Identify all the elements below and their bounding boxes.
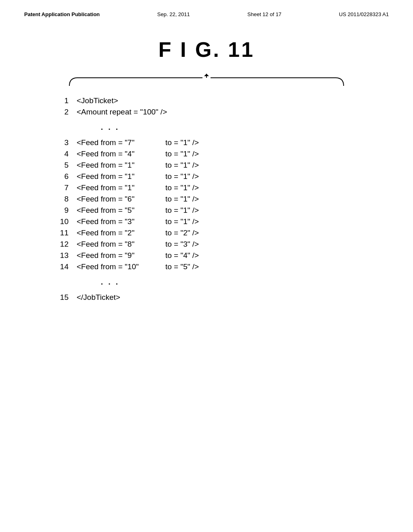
line-to-3: to = "1" /> — [165, 138, 199, 147]
code-line-dots-1: . . . — [52, 119, 361, 136]
line-from-13: <Feed from = "9" — [77, 251, 165, 260]
line-number-3: 3 — [52, 138, 69, 147]
line-number-4: 4 — [52, 150, 69, 158]
code-content: 1 <JobTicket> 2 <Amount repeat = "100" /… — [0, 96, 413, 302]
line-from-11: <Feed from = "2" — [77, 229, 165, 237]
svg-marker-1 — [204, 74, 209, 76]
code-line-13: 13 <Feed from = "9" to = "4" /> — [52, 251, 361, 260]
line-from-10: <Feed from = "3" — [77, 217, 165, 226]
line-number-14: 14 — [52, 262, 69, 271]
code-line-3: 3 <Feed from = "7" to = "1" /> — [52, 138, 361, 147]
line-from-12: <Feed from = "8" — [77, 240, 165, 249]
code-line-8: 8 <Feed from = "6" to = "1" /> — [52, 195, 361, 204]
line-number-1: 1 — [52, 96, 69, 105]
code-line-9: 9 <Feed from = "5" to = "1" /> — [52, 206, 361, 215]
line-code-2: <Amount repeat = "100" /> — [77, 108, 167, 116]
code-line-10: 10 <Feed from = "3" to = "1" /> — [52, 217, 361, 226]
line-number-13: 13 — [52, 251, 69, 260]
line-number-15: 15 — [52, 293, 69, 302]
line-from-14: <Feed from = "10" — [77, 262, 165, 271]
header-sheet: Sheet 12 of 17 — [247, 11, 282, 17]
line-to-6: to = "1" /> — [165, 172, 199, 181]
line-number-11: 11 — [52, 229, 69, 237]
header-date: Sep. 22, 2011 — [157, 11, 190, 17]
figure-title: F I G. 11 — [0, 37, 413, 62]
line-number-10: 10 — [52, 217, 69, 226]
line-from-4: <Feed from = "4" — [77, 150, 165, 158]
line-to-4: to = "1" /> — [165, 150, 199, 158]
line-to-10: to = "1" /> — [165, 217, 199, 226]
code-line-4: 4 <Feed from = "4" to = "1" /> — [52, 150, 361, 158]
code-line-6: 6 <Feed from = "1" to = "1" /> — [52, 172, 361, 181]
line-to-14: to = "5" /> — [165, 262, 199, 271]
code-line-11: 11 <Feed from = "2" to = "2" /> — [52, 229, 361, 237]
code-line-1: 1 <JobTicket> — [52, 96, 361, 105]
code-line-dots-2: . . . — [52, 274, 361, 291]
line-number-7: 7 — [52, 183, 69, 192]
line-number-9: 9 — [52, 206, 69, 215]
header-patent-number: US 2011/0228323 A1 — [339, 11, 389, 17]
line-dots-2: . . . — [101, 278, 119, 287]
line-to-12: to = "3" /> — [165, 240, 199, 249]
code-line-2: 2 <Amount repeat = "100" /> — [52, 108, 361, 116]
line-code-15: </JobTicket> — [77, 293, 120, 302]
line-number-2: 2 — [52, 108, 69, 116]
header: Patent Application Publication Sep. 22, … — [0, 0, 413, 21]
header-publication-label: Patent Application Publication — [24, 11, 100, 17]
code-line-7: 7 <Feed from = "1" to = "1" /> — [52, 183, 361, 192]
line-from-9: <Feed from = "5" — [77, 206, 165, 215]
line-number-6: 6 — [52, 172, 69, 181]
line-to-7: to = "1" /> — [165, 183, 199, 192]
line-to-8: to = "1" /> — [165, 195, 199, 204]
code-line-5: 5 <Feed from = "1" to = "1" /> — [52, 161, 361, 170]
line-from-5: <Feed from = "1" — [77, 161, 165, 170]
bracket-svg — [65, 74, 348, 88]
line-to-5: to = "1" /> — [165, 161, 199, 170]
line-number-12: 12 — [52, 240, 69, 249]
line-to-11: to = "2" /> — [165, 229, 199, 237]
bracket-container — [65, 74, 348, 88]
code-line-15: 15 </JobTicket> — [52, 293, 361, 302]
line-number-8: 8 — [52, 195, 69, 204]
line-from-3: <Feed from = "7" — [77, 138, 165, 147]
line-from-8: <Feed from = "6" — [77, 195, 165, 204]
page: Patent Application Publication Sep. 22, … — [0, 0, 413, 532]
line-number-5: 5 — [52, 161, 69, 170]
code-line-14: 14 <Feed from = "10" to = "5" /> — [52, 262, 361, 271]
line-to-13: to = "4" /> — [165, 251, 199, 260]
code-line-12: 12 <Feed from = "8" to = "3" /> — [52, 240, 361, 249]
line-from-6: <Feed from = "1" — [77, 172, 165, 181]
line-dots-1: . . . — [101, 123, 119, 132]
line-code-1: <JobTicket> — [77, 96, 118, 105]
line-from-7: <Feed from = "1" — [77, 183, 165, 192]
line-to-9: to = "1" /> — [165, 206, 199, 215]
